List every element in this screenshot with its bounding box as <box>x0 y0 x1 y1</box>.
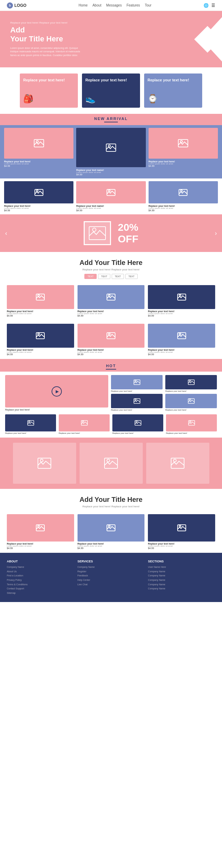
svg-point-19 <box>179 295 181 296</box>
na-p2-price: $4.99 <box>76 173 145 176</box>
svg-point-11 <box>181 190 182 191</box>
logo-icon: b <box>7 2 13 9</box>
footer-col-services: SERVICES Company NameRegisterFeedbackHel… <box>78 560 145 595</box>
nav-tour[interactable]: Tour <box>145 3 151 7</box>
na-p1-name: Replace your text here! <box>4 160 73 163</box>
na-r2-col-3: Replace your text here! Lorem ipsum dolo… <box>149 181 218 212</box>
s2-p2: Replace your text here! Lorem ipsum dolo… <box>78 285 145 317</box>
s2-products-row1: Replace your text here! Lorem ipsum dolo… <box>0 282 222 320</box>
svg-point-47 <box>174 459 176 462</box>
svg-point-39 <box>136 421 137 422</box>
new-arrival-label: NEW ARRIVAL <box>94 117 128 121</box>
na-p3-name: Replace your text here! <box>149 160 218 163</box>
footer: ABOUT Company NameAbout UsFind a Locatio… <box>0 553 222 602</box>
sale-banner: ‹ 20% OFF › <box>0 214 222 252</box>
na-p1-price: $4.99 <box>4 165 73 167</box>
footer-col3-title: SECTIONS <box>148 560 215 563</box>
na-r2-p1-price: $4.99 <box>4 209 73 212</box>
banner-underline <box>104 122 118 122</box>
card-2-icon: 👟 <box>85 94 96 104</box>
play-button[interactable]: ▶ <box>52 386 62 397</box>
hot-video-card: ▶ Replace your text here! <box>5 375 108 411</box>
menu-icon[interactable]: ☰ <box>211 3 215 8</box>
prev-arrow[interactable]: ‹ <box>5 230 7 237</box>
new-arrival-banner: NEW ARRIVAL <box>0 114 222 125</box>
hero-body: Lorem ipsum dolor sit amet, consectetur … <box>10 46 85 57</box>
hot-section: HOT ▶ Replace your text here! Repla <box>0 359 222 438</box>
footer-col-sections: SECTIONS User Name HereCompany NameCompa… <box>148 560 215 595</box>
na-col-3: Replace your text here! Lorem ipsum dolo… <box>149 128 218 176</box>
na-r2-p3-name: Replace your text here! <box>149 205 218 207</box>
svg-point-29 <box>135 399 136 400</box>
hero-section: Replace your text here! Replace your tex… <box>0 11 222 67</box>
s3-p2: Replace your text here! Lorem ipsum dolo… <box>78 514 145 549</box>
feature-card-3: Replace your text here! ⌚ <box>144 74 202 108</box>
hot-banner: HOT <box>0 362 222 372</box>
tab-2[interactable]: TEXT <box>98 274 110 279</box>
s3-p3: Replace your text here! Lorem ipsum dolo… <box>148 514 215 549</box>
na-highlight-row: Replace your text here! Lorem ipsum dolo… <box>0 125 222 178</box>
s2-r2-p3: Replace your text here! Lorem ipsum dolo… <box>148 324 215 356</box>
svg-point-1 <box>36 141 38 143</box>
section2-subtitle: Replace your text here! Replace your tex… <box>7 268 215 271</box>
navbar-icons: 🌐 ☰ <box>204 3 215 8</box>
hot-sm-img-4 <box>165 394 217 408</box>
logo-text: LOGO <box>14 3 26 8</box>
s2-products-row2: Replace your text here! Lorem ipsum dolo… <box>0 320 222 359</box>
card-1-title: Replace your text here! <box>23 78 65 82</box>
nav-links: Home About Messages Features Tour <box>79 3 151 7</box>
hot-sm-img-1 <box>111 375 163 389</box>
navbar: b LOGO Home About Messages Features Tour… <box>0 0 222 11</box>
section2-title: Add Your Title Here <box>7 259 215 267</box>
svg-point-51 <box>108 525 110 527</box>
section2-tabs: TEXT TEXT TEXT TEXT <box>7 274 215 279</box>
feature-card-2: Replace your text here! 👟 <box>82 74 140 108</box>
na-col-1: Replace your text here! Lorem ipsum dolo… <box>4 128 73 176</box>
sale-label: OFF <box>118 233 138 245</box>
na-p2-name: Replace your text name! <box>76 169 145 171</box>
hot-underline <box>106 369 116 370</box>
svg-point-49 <box>38 525 40 527</box>
s3-p1: Replace your text here! Lorem ipsum dolo… <box>7 514 74 549</box>
svg-point-9 <box>108 190 110 191</box>
feature-cards-row: Replace your text here! 🎒 Replace your t… <box>0 67 222 114</box>
na-r2-p1-name: Replace your text here! <box>4 205 73 207</box>
section3-subtitle: Replace your text here! Replace your tex… <box>7 505 215 508</box>
next-arrow[interactable]: › <box>215 230 217 237</box>
section3-title: Add Your Title Here <box>7 496 215 504</box>
svg-point-13 <box>93 228 96 231</box>
card-3-title: Replace your text here! <box>148 78 189 82</box>
hot-right-col-2: Replace your text here! Replace your tex… <box>165 375 217 411</box>
nav-home[interactable]: Home <box>79 3 88 7</box>
hot-right-col-1: Replace your text here! Replace your tex… <box>111 375 163 411</box>
nav-about[interactable]: About <box>93 3 101 7</box>
na-r2-col-1: Replace your text here! Lorem ipsum dolo… <box>4 181 73 212</box>
nav-messages[interactable]: Messages <box>106 3 122 7</box>
svg-point-43 <box>40 459 43 462</box>
globe-icon[interactable]: 🌐 <box>204 3 209 8</box>
hot-b-4: Replace your text here! <box>166 414 217 434</box>
svg-point-25 <box>179 333 181 335</box>
card-3-icon: ⌚ <box>148 94 158 104</box>
hot-bottom-row: Replace your text here! Replace your tex… <box>0 413 222 438</box>
tab-3[interactable]: TEXT <box>112 274 124 279</box>
logo: b LOGO <box>7 2 26 9</box>
hot-sm-img-2 <box>111 394 163 408</box>
sale-text: 20% OFF <box>118 222 138 245</box>
hot-top-row: ▶ Replace your text here! Replace your t… <box>0 372 222 413</box>
na-p3-price: $4.99 <box>149 165 218 167</box>
svg-point-53 <box>179 525 181 527</box>
hot-label: HOT <box>106 364 116 368</box>
s2-p3: Replace your text here! Lorem ipsum dolo… <box>148 285 215 317</box>
nav-features[interactable]: Features <box>126 3 140 7</box>
pink-banner-row <box>0 438 222 489</box>
s2-p1: Replace your text here! Lorem ipsum dolo… <box>7 285 74 317</box>
tab-1[interactable]: TEXT <box>84 274 97 279</box>
hot-content: ▶ Replace your text here! Replace your t… <box>0 372 222 438</box>
footer-col1-links: Company NameAbout UsFind a LocationPriva… <box>7 565 74 595</box>
svg-point-23 <box>108 333 110 335</box>
section3-header: Add Your Title Here Replace your text he… <box>0 489 222 511</box>
svg-point-35 <box>29 421 30 422</box>
svg-point-3 <box>108 145 110 147</box>
tab-4[interactable]: TEXT <box>125 274 138 279</box>
